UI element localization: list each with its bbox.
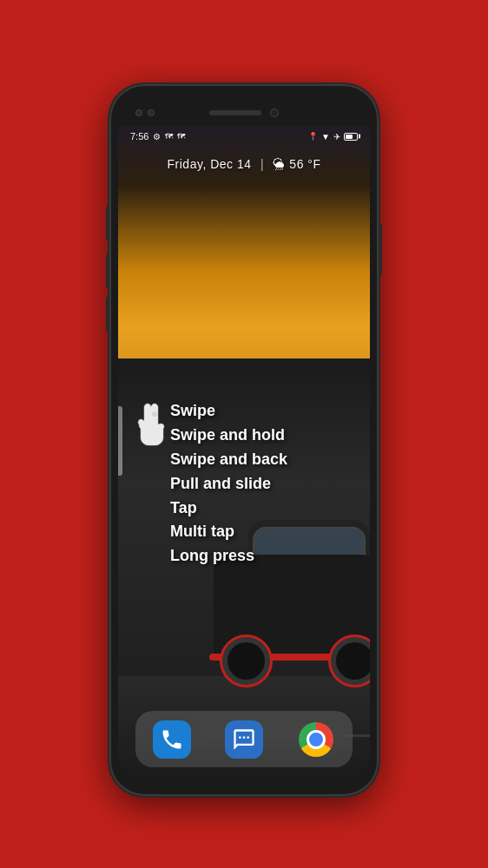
dock-chrome-button[interactable] — [297, 720, 335, 759]
battery-fill — [346, 135, 353, 139]
gesture-tap: Tap — [170, 496, 287, 521]
svg-point-0 — [152, 411, 157, 417]
date-text: Friday, Dec 14 | 🌦 56 °F — [168, 157, 321, 171]
status-right: 📍 ▼ ✈ — [308, 132, 358, 141]
notch-dot-2 — [148, 109, 155, 116]
wifi-icon: ▼ — [321, 132, 330, 141]
gesture-long-press: Long press — [170, 544, 287, 569]
weather-icon: 🌦 — [273, 157, 286, 171]
wheel-right — [331, 637, 370, 685]
phone-frame: 7:56 ⚙ 🗺 🗺 📍 ▼ ✈ Friday, Dec 14 — [109, 84, 379, 796]
status-bar: 7:56 ⚙ 🗺 🗺 📍 ▼ ✈ — [118, 126, 370, 147]
phone-notch — [118, 100, 370, 126]
bottom-dock — [135, 711, 353, 767]
status-time: 7:56 — [130, 131, 148, 141]
status-icon-2: 🗺 — [177, 132, 185, 141]
notch-dot-1 — [135, 109, 142, 116]
gesture-swipe-back: Swipe and back — [170, 448, 287, 472]
gesture-swipe: Swipe — [170, 399, 287, 424]
settings-icon: ⚙ — [153, 132, 161, 141]
edge-indicator — [118, 406, 122, 476]
dock-phone-button[interactable] — [153, 720, 191, 759]
location-icon: 📍 — [308, 132, 318, 141]
speaker — [209, 110, 261, 115]
camera — [270, 108, 279, 117]
temperature: 56 °F — [289, 157, 320, 171]
notch-dots — [135, 109, 155, 116]
status-left: 7:56 ⚙ 🗺 🗺 — [130, 131, 185, 141]
phone-screen: 7:56 ⚙ 🗺 🗺 📍 ▼ ✈ Friday, Dec 14 — [118, 100, 370, 780]
date-divider: | — [260, 157, 264, 171]
gesture-pull-slide: Pull and slide — [170, 472, 287, 496]
dock-messages-button[interactable] — [225, 720, 263, 759]
gesture-multi-tap: Multi tap — [170, 520, 287, 544]
battery-icon — [344, 133, 358, 141]
date-widget: Friday, Dec 14 | 🌦 56 °F — [118, 156, 370, 172]
gesture-list: Swipe Swipe and hold Swipe and back Pull… — [170, 399, 287, 569]
phone-mockup: 7:56 ⚙ 🗺 🗺 📍 ▼ ✈ Friday, Dec 14 — [109, 84, 379, 796]
status-icon-1: 🗺 — [165, 132, 173, 141]
gesture-swipe-hold: Swipe and hold — [170, 424, 287, 448]
chrome-icon — [299, 722, 333, 757]
airplane-icon: ✈ — [333, 132, 340, 141]
messages-icon — [232, 727, 256, 752]
phone-icon — [160, 727, 184, 752]
wheel-left — [222, 637, 270, 685]
date-value: Friday, Dec 14 — [168, 157, 252, 171]
